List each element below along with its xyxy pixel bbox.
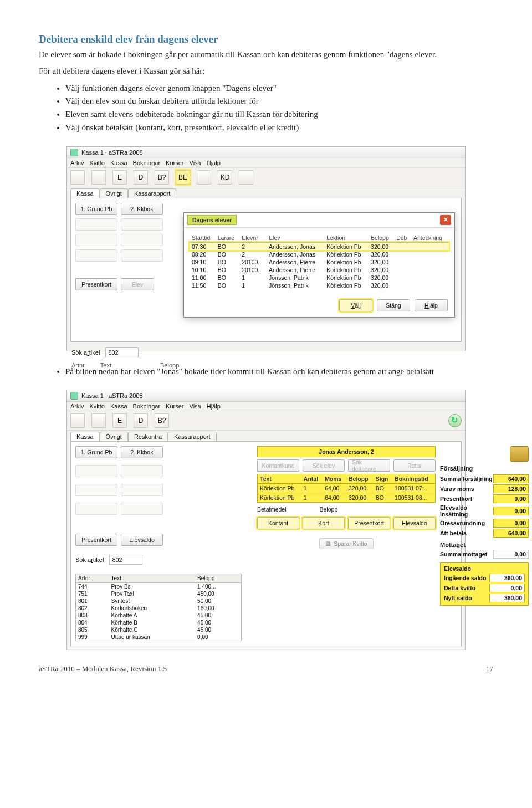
quick-button[interactable]: 1. Grund.Pb bbox=[75, 446, 117, 458]
payment-buttons: KontantKortPresentkortElevsaldo bbox=[257, 517, 436, 529]
toolbar-icon[interactable]: E bbox=[112, 170, 127, 185]
hjalp-button[interactable]: Hjälp bbox=[415, 299, 448, 311]
popup-footer: Välj Stäng Hjälp bbox=[184, 295, 454, 317]
toolbar-icon[interactable]: D bbox=[134, 170, 148, 185]
toolbar-icon[interactable]: B? bbox=[155, 170, 169, 185]
table-row[interactable]: 11:00BO1Jönsson, PatrikKörlektion Pb320,… bbox=[190, 274, 449, 282]
menu-item[interactable]: Bokningar bbox=[133, 160, 161, 166]
payment-button[interactable]: Elevsaldo bbox=[393, 517, 436, 529]
article-row[interactable]: 802Körkortsboken160,00 bbox=[76, 605, 242, 612]
article-row[interactable]: 804Körhäfte B45,00 bbox=[76, 619, 242, 626]
stang-button[interactable]: Stäng bbox=[377, 299, 410, 311]
column-header: Anteckning bbox=[411, 233, 449, 243]
spara-kvitto-button[interactable]: 🖶 Spara+Kvitto bbox=[319, 538, 373, 549]
toolbar-icon[interactable]: D bbox=[134, 413, 148, 428]
article-row[interactable]: 803Körhäfte A45,00 bbox=[76, 612, 242, 619]
article-table[interactable]: ArtnrTextBelopp 744Prov Bs1 400,..751Pro… bbox=[75, 574, 242, 641]
toolbar-icon[interactable]: E bbox=[112, 413, 127, 428]
toolbar-icon[interactable] bbox=[239, 170, 253, 185]
article-row[interactable]: 801Syntest50,00 bbox=[76, 597, 242, 605]
elevsaldo-row: Detta kvitto0,00 bbox=[444, 583, 525, 593]
toolbar-icon[interactable] bbox=[70, 413, 85, 428]
quick-button[interactable]: 2. Kkbok bbox=[121, 446, 163, 458]
tab[interactable]: Övrigt bbox=[100, 188, 128, 198]
article-row[interactable]: 744Prov Bs1 400,.. bbox=[76, 583, 242, 591]
article-row[interactable]: 751Prov Taxi450,00 bbox=[76, 590, 242, 597]
popup-title: Dagens elever bbox=[187, 215, 237, 225]
close-icon[interactable]: ✕ bbox=[440, 215, 451, 225]
popup-grid[interactable]: StarttidLärareElevnrElevLektionBeloppDeb… bbox=[190, 233, 449, 289]
payment-button[interactable]: Kort bbox=[303, 517, 345, 529]
toolbar-icon[interactable] bbox=[91, 170, 106, 185]
menu-bar[interactable]: ArkivKvittoKassaBokningarKurserVisaHjälp bbox=[67, 158, 465, 168]
tab[interactable]: Kassa bbox=[70, 432, 100, 441]
menu-item[interactable]: Bokningar bbox=[133, 403, 161, 410]
disabled-button: Sök deltagare bbox=[348, 459, 390, 472]
sok-artikel-input[interactable]: 802 bbox=[105, 347, 139, 357]
table-row[interactable]: 07:30BO2Andersson, JonasKörlektion Pb320… bbox=[190, 242, 449, 250]
toolbar-icon[interactable] bbox=[70, 170, 85, 185]
tab[interactable]: Reskontra bbox=[128, 432, 168, 441]
toolbar-icon[interactable]: BE bbox=[176, 170, 190, 185]
tab[interactable]: Kassarapport bbox=[128, 188, 176, 198]
menu-item[interactable]: Arkiv bbox=[70, 160, 84, 166]
tab-strip[interactable]: KassaÖvrigtReskontraKassarapport bbox=[67, 431, 465, 441]
presentkort-button[interactable]: Presentkort bbox=[75, 534, 117, 546]
menu-item[interactable]: Visa bbox=[190, 160, 201, 166]
mottaget-header: Mottaget bbox=[440, 541, 529, 548]
valj-button[interactable]: Välj bbox=[339, 299, 372, 311]
instruction-list: Välj funktionen dagens elever genom knap… bbox=[65, 83, 493, 134]
receipt-line[interactable]: Körlektion Pb164,00320,00BO100531 08:.. bbox=[258, 493, 436, 503]
column-header: Belopp bbox=[369, 233, 394, 243]
table-row[interactable]: 10:10BO20100..Andersson, PierreKörlektio… bbox=[190, 266, 449, 274]
elevsaldo-button[interactable]: Elevsaldo bbox=[121, 534, 163, 546]
receipt-lines-table[interactable]: TextAntalMomsBeloppSignBokningstid Körle… bbox=[257, 474, 436, 503]
menu-item[interactable]: Kassa bbox=[110, 403, 127, 410]
menu-item[interactable]: Arkiv bbox=[70, 403, 84, 410]
table-row[interactable]: 09:10BO20100..Andersson, PierreKörlektio… bbox=[190, 258, 449, 266]
presentkort-button[interactable]: Presentkort bbox=[75, 278, 117, 290]
menu-bar[interactable]: ArkivKvittoKassaBokningarKurserVisaHjälp bbox=[67, 402, 465, 411]
article-row[interactable]: 999Uttag ur kassan0,00 bbox=[76, 633, 242, 641]
menu-item[interactable]: Hjälp bbox=[207, 403, 221, 410]
sok-artikel-input[interactable]: 802 bbox=[109, 555, 142, 565]
quick-button[interactable]: 1. Grund.Pb bbox=[75, 203, 117, 215]
toolbar-icon[interactable]: B? bbox=[155, 413, 169, 428]
payment-button[interactable]: Kontant bbox=[257, 517, 299, 529]
page-number: 17 bbox=[486, 664, 493, 673]
cash-register-icon bbox=[510, 446, 529, 462]
page-footer: aSTRa 2010 – Modulen Kassa, Revision 1.5… bbox=[39, 664, 493, 673]
table-row[interactable]: 08:20BO2Andersson, JonasKörlektion Pb320… bbox=[190, 250, 449, 258]
tab[interactable]: Kassarapport bbox=[168, 432, 216, 441]
menu-item[interactable]: Kvitto bbox=[89, 403, 105, 410]
bullet-item: Välj önskat betalsätt (kontant, kort, pr… bbox=[65, 122, 493, 134]
window-title: Kassa 1 · aSTRa 2008 bbox=[81, 149, 143, 156]
tab-strip[interactable]: KassaÖvrigtKassarapport bbox=[67, 187, 465, 198]
payment-button[interactable]: Presentkort bbox=[348, 517, 390, 529]
menu-item[interactable]: Visa bbox=[190, 403, 201, 410]
column-header: Lektion bbox=[324, 233, 369, 243]
tab[interactable]: Kassa bbox=[70, 188, 100, 198]
toolbar-icon[interactable] bbox=[197, 170, 211, 185]
toolbar-icon[interactable]: KD bbox=[218, 170, 232, 185]
article-row[interactable]: 805Körhäfte C45,00 bbox=[76, 626, 242, 633]
menu-item[interactable]: Hjälp bbox=[207, 160, 221, 166]
menu-item[interactable]: Kurser bbox=[166, 160, 183, 166]
toolbar-icon[interactable] bbox=[91, 413, 106, 428]
quick-button[interactable]: 2. Kkbok bbox=[121, 203, 163, 215]
menu-item[interactable]: Kvitto bbox=[89, 160, 105, 166]
elev-button[interactable]: Elev bbox=[121, 278, 154, 290]
window-title-bar: Kassa 1 · aSTRa 2008 bbox=[67, 390, 465, 402]
column-header: Moms bbox=[323, 474, 346, 484]
column-header: Elev bbox=[267, 233, 324, 243]
column-heads: Artnr Text Belopp bbox=[67, 360, 465, 371]
forsaljning-header: Försäljning bbox=[440, 465, 529, 472]
column-header: Text bbox=[258, 474, 301, 484]
table-row[interactable]: 11:50BO1Jönsson, PatrikKörlektion Pb320,… bbox=[190, 282, 449, 289]
column-header: Bokningstid bbox=[392, 474, 435, 484]
menu-item[interactable]: Kurser bbox=[166, 403, 183, 410]
tab[interactable]: Övrigt bbox=[100, 432, 128, 441]
menu-item[interactable]: Kassa bbox=[110, 160, 127, 166]
receipt-line[interactable]: Körlektion Pb164,00320,00BO100531 07:.. bbox=[258, 484, 436, 493]
refresh-icon[interactable] bbox=[448, 414, 462, 427]
